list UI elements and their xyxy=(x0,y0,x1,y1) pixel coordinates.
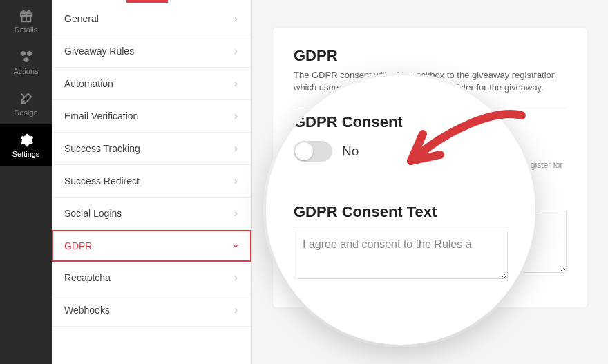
sidebar-item-success-tracking[interactable]: Success Tracking› xyxy=(52,133,251,165)
gift-icon xyxy=(18,8,35,24)
sidebar-item-giveaway-rules[interactable]: Giveaway Rules› xyxy=(52,35,251,68)
sidebar-item-success-redirect[interactable]: Success Redirect› xyxy=(52,165,251,198)
sidebar-item-gdpr[interactable]: GDPR› xyxy=(52,230,251,262)
chevron-right-icon: › xyxy=(234,207,238,220)
chevron-right-icon: › xyxy=(234,304,238,316)
consent-toggle[interactable] xyxy=(294,140,321,155)
content-area: GDPR The GDPR consent will add checkbox … xyxy=(252,0,608,364)
nav-actions[interactable]: Actions xyxy=(0,41,52,83)
cubes-icon xyxy=(18,49,35,66)
nav-label: Settings xyxy=(12,150,40,158)
sidebar-item-automation[interactable]: Automation› xyxy=(52,68,251,100)
sidebar-item-email-verification[interactable]: Email Verification› xyxy=(52,100,251,133)
consent-text-input[interactable] xyxy=(294,211,567,273)
page-title: GDPR xyxy=(294,47,567,65)
chevron-right-icon: › xyxy=(234,110,238,122)
separator xyxy=(294,108,567,108)
sidebar-item-general[interactable]: General› xyxy=(52,3,251,35)
design-icon xyxy=(18,90,35,107)
html-hint: HTML Allowed xyxy=(294,280,567,288)
chevron-right-icon: › xyxy=(234,175,238,187)
page-description: The GDPR consent will add checkbox to th… xyxy=(294,69,567,94)
left-nav: Details Actions Design Settings xyxy=(0,0,52,364)
consent-help: When enabled, users will be required to … xyxy=(294,160,567,180)
chevron-right-icon: › xyxy=(234,12,238,25)
consent-value: No xyxy=(328,142,341,153)
nav-settings[interactable]: Settings xyxy=(0,124,52,166)
chevron-right-icon: › xyxy=(234,271,238,284)
sidebar-item-recaptcha[interactable]: Recaptcha› xyxy=(52,262,251,294)
sidebar-item-webhooks[interactable]: Webhooks› xyxy=(52,294,251,327)
settings-sidebar: General› Giveaway Rules› Automation› Ema… xyxy=(52,0,252,364)
nav-label: Details xyxy=(15,26,38,34)
chevron-right-icon: › xyxy=(234,142,238,155)
nav-details[interactable]: Details xyxy=(0,0,52,41)
gdpr-panel: GDPR The GDPR consent will add checkbox … xyxy=(273,28,587,307)
nav-label: Actions xyxy=(13,67,38,75)
sidebar-item-social-logins[interactable]: Social Logins› xyxy=(52,198,251,230)
chevron-down-icon: › xyxy=(229,244,242,247)
nav-design[interactable]: Design xyxy=(0,83,52,124)
consent-text-label: GDPR Consent Text xyxy=(294,192,567,204)
gear-icon xyxy=(18,132,35,149)
consent-label: GDPR Consent xyxy=(294,121,567,133)
chevron-right-icon: › xyxy=(234,77,238,90)
chevron-right-icon: › xyxy=(234,45,238,57)
nav-label: Design xyxy=(14,108,37,117)
